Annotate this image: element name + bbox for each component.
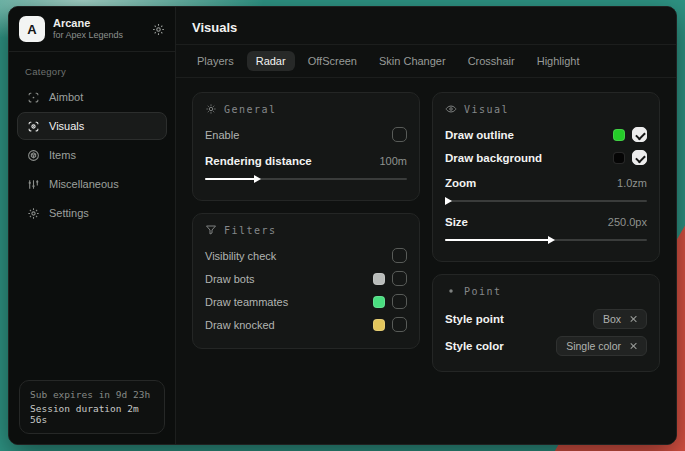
remove-icon[interactable] — [629, 315, 637, 323]
sidebar-item-label: Settings — [49, 207, 89, 219]
sidebar-item-settings[interactable]: Settings — [17, 199, 167, 227]
tab-highlight[interactable]: Highlight — [528, 51, 589, 71]
draw-bots-label: Draw bots — [205, 273, 373, 285]
rendering-distance-slider[interactable] — [205, 174, 407, 184]
tab-radar[interactable]: Radar — [247, 51, 295, 71]
sidebar-item-visuals[interactable]: Visuals — [17, 112, 167, 140]
brand-text: Arcane for Apex Legends — [53, 17, 144, 41]
draw-background-checkbox[interactable] — [632, 150, 647, 165]
tab-skin-changer[interactable]: Skin Changer — [370, 51, 455, 71]
column-left: General Enable Rendering distance 100m — [192, 92, 420, 430]
visibility-check-label: Visibility check — [205, 250, 392, 262]
subscription-info-box: Sub expires in 9d 23h Session duration 2… — [19, 380, 165, 434]
draw-background-row: Draw background — [445, 146, 647, 169]
visibility-check-row: Visibility check — [205, 244, 407, 267]
sliders-icon — [27, 178, 40, 191]
tab-crosshair[interactable]: Crosshair — [459, 51, 524, 71]
style-color-chip[interactable]: Single color — [556, 336, 647, 356]
zoom-value: 1.0zm — [617, 177, 647, 189]
zoom-label: Zoom — [445, 177, 609, 189]
panel-title-text: Point — [464, 286, 502, 297]
theme-gear-icon[interactable] — [152, 23, 165, 36]
draw-knocked-row: Draw knocked — [205, 313, 407, 336]
panel-visual-title: Visual — [445, 103, 647, 115]
crosshair-icon — [27, 91, 40, 104]
size-value: 250.0px — [608, 216, 647, 228]
sidebar-item-label: Items — [49, 149, 76, 161]
draw-bots-checkbox[interactable] — [392, 271, 407, 286]
draw-outline-row: Draw outline — [445, 123, 647, 146]
enable-row: Enable — [205, 123, 407, 146]
sidebar-footer: Sub expires in 9d 23h Session duration 2… — [9, 370, 175, 444]
draw-outline-color-swatch[interactable] — [613, 129, 625, 141]
session-duration-text: Session duration 2m 56s — [30, 403, 154, 425]
zoom-row: Zoom 1.0zm — [445, 171, 647, 194]
draw-teammates-color-swatch[interactable] — [373, 296, 385, 308]
sub-expires-text: Sub expires in 9d 23h — [30, 389, 154, 400]
chip-label: Single color — [566, 340, 621, 352]
sidebar-item-label: Miscellaneous — [49, 178, 119, 190]
panel-point: Point Style point Box Style color Single… — [432, 274, 660, 372]
draw-teammates-checkbox[interactable] — [392, 294, 407, 309]
dot-icon — [445, 285, 457, 297]
panel-title-text: General — [224, 104, 277, 115]
page-title: Visuals — [192, 20, 660, 35]
sidebar: A Arcane for Apex Legends Category — [9, 7, 176, 444]
sidebar-item-label: Visuals — [49, 120, 84, 132]
size-slider[interactable] — [445, 235, 647, 245]
draw-teammates-row: Draw teammates — [205, 290, 407, 313]
gear-icon — [27, 207, 40, 220]
draw-outline-label: Draw outline — [445, 129, 613, 141]
eye-icon — [445, 103, 457, 115]
style-point-chip[interactable]: Box — [593, 309, 647, 329]
draw-knocked-color-swatch[interactable] — [373, 319, 385, 331]
app-logo: A — [19, 16, 45, 42]
panel-title-text: Visual — [464, 104, 509, 115]
panel-filters: Filters Visibility check Draw bots — [192, 213, 420, 349]
draw-outline-checkbox[interactable] — [632, 127, 647, 142]
chip-label: Box — [603, 313, 621, 325]
sidebar-header: A Arcane for Apex Legends — [9, 7, 175, 52]
slider-thumb[interactable] — [254, 175, 261, 183]
brand-subtitle: for Apex Legends — [53, 30, 144, 41]
sidebar-item-aimbot[interactable]: Aimbot — [17, 83, 167, 111]
panel-filters-title: Filters — [205, 224, 407, 236]
panel-title-text: Filters — [224, 225, 277, 236]
sidebar-item-label: Aimbot — [49, 91, 83, 103]
enable-label: Enable — [205, 129, 392, 141]
funnel-icon — [205, 224, 217, 236]
panel-general-title: General — [205, 103, 407, 115]
size-label: Size — [445, 216, 600, 228]
slider-thumb[interactable] — [445, 197, 452, 205]
style-color-label: Style color — [445, 340, 556, 352]
enable-checkbox[interactable] — [392, 127, 407, 142]
app-window: A Arcane for Apex Legends Category — [8, 6, 677, 445]
remove-icon[interactable] — [629, 342, 637, 350]
panel-point-title: Point — [445, 285, 647, 297]
tab-players[interactable]: Players — [188, 51, 243, 71]
column-right: Visual Draw outline Draw background — [432, 92, 660, 430]
tab-bar: Players Radar OffScreen Skin Changer Cro… — [176, 45, 676, 78]
style-color-row: Style color Single color — [445, 332, 647, 359]
panel-general: General Enable Rendering distance 100m — [192, 92, 420, 201]
visibility-check-checkbox[interactable] — [392, 248, 407, 263]
main-area: Visuals Players Radar OffScreen Skin Cha… — [176, 7, 676, 444]
draw-bots-row: Draw bots — [205, 267, 407, 290]
brand-title: Arcane — [53, 17, 144, 30]
draw-background-label: Draw background — [445, 152, 613, 164]
eye-scan-icon — [27, 120, 40, 133]
category-label: Category — [25, 66, 167, 77]
rendering-distance-row: Rendering distance 100m — [205, 149, 407, 172]
sidebar-item-items[interactable]: Items — [17, 141, 167, 169]
panel-visual: Visual Draw outline Draw background — [432, 92, 660, 262]
draw-background-color-swatch[interactable] — [613, 152, 625, 164]
main-header: Visuals — [176, 7, 676, 45]
sidebar-item-miscellaneous[interactable]: Miscellaneous — [17, 170, 167, 198]
draw-teammates-label: Draw teammates — [205, 296, 373, 308]
draw-bots-color-swatch[interactable] — [373, 273, 385, 285]
draw-knocked-checkbox[interactable] — [392, 317, 407, 332]
slider-thumb[interactable] — [548, 236, 555, 244]
package-icon — [27, 149, 40, 162]
zoom-slider[interactable] — [445, 196, 647, 206]
tab-offscreen[interactable]: OffScreen — [299, 51, 366, 71]
